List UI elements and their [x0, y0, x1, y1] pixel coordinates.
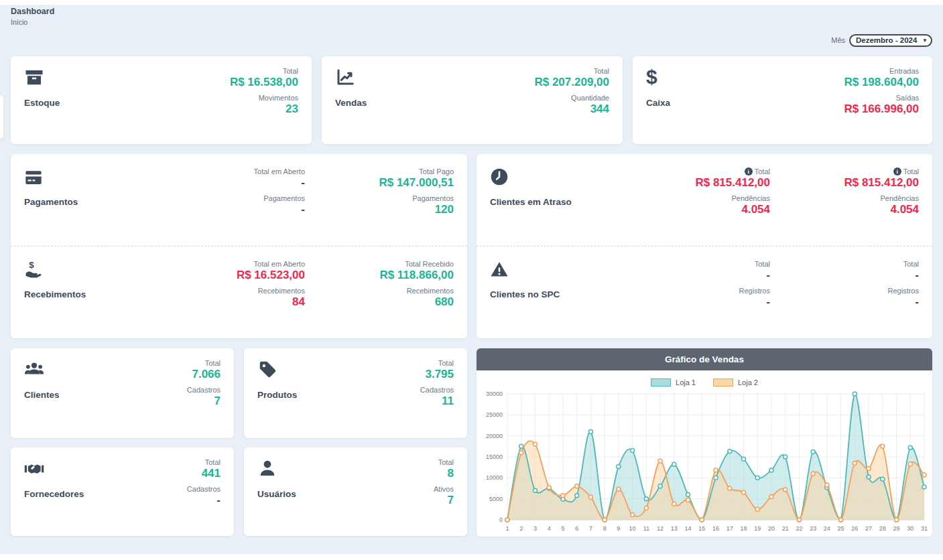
stat-label: Total — [420, 359, 454, 367]
stat-label: Entradas — [844, 67, 919, 75]
chart-legend: Loja 1 Loja 2 — [477, 377, 932, 387]
card-pagamentos-recebimentos: Pagamentos Total em Aberto - Pagamentos … — [11, 154, 467, 338]
stat-value: 8 — [434, 467, 454, 480]
stat-value: 441 — [187, 467, 221, 480]
stat-label: Total Recebido — [305, 260, 454, 268]
svg-text:20000: 20000 — [486, 433, 503, 439]
bottom-bar — [0, 554, 943, 560]
stat-label: Total — [534, 67, 609, 75]
legend-item-loja2[interactable]: Loja 2 — [713, 378, 758, 387]
legend-item-loja1[interactable]: Loja 1 — [651, 378, 696, 387]
card-estoque: Estoque Total R$ 16.538,00 Movimentos 23 — [11, 56, 312, 144]
legend-label: Loja 1 — [676, 378, 696, 387]
card-produtos: Produtos Total 3.795 Cadastros 11 — [244, 348, 467, 438]
month-select[interactable]: Dezembro - 2024 — [849, 34, 932, 47]
warning-triangle-icon — [490, 260, 509, 279]
stat-label: Cadastros — [187, 485, 221, 493]
svg-text:15: 15 — [698, 525, 705, 532]
legend-swatch-loja2 — [713, 378, 733, 387]
stat-value: 120 — [305, 203, 454, 216]
chart-line-icon — [335, 67, 355, 87]
stat-column: Total em Aberto - Pagamentos - — [156, 167, 305, 222]
stat-value: 11 — [420, 395, 454, 408]
chart-title: Gráfico de Vendas — [477, 348, 932, 370]
stat-value: 4.054 — [621, 203, 770, 216]
svg-text:23: 23 — [810, 525, 816, 532]
card-fornecedores: Fornecedores Total 441 Cadastros - — [11, 447, 234, 536]
stat-value: - — [621, 269, 770, 282]
stat-value: - — [187, 494, 221, 507]
info-icon[interactable]: i — [893, 167, 901, 176]
legend-swatch-loja1 — [651, 378, 671, 387]
svg-text:11: 11 — [643, 525, 649, 532]
card-label: Clientes no SPC — [490, 289, 560, 299]
svg-text:5: 5 — [561, 525, 564, 532]
stat-label: Recebimentos — [156, 287, 305, 295]
stat-column: Total - Registros - — [621, 260, 770, 314]
svg-text:9: 9 — [617, 525, 620, 532]
card-label: Caixa — [646, 98, 670, 108]
stat-value: 84 — [156, 295, 305, 309]
svg-text:14: 14 — [685, 525, 692, 532]
svg-text:27: 27 — [865, 525, 872, 532]
stat-value: 7 — [434, 494, 454, 507]
stat-value: 23 — [230, 102, 298, 116]
page-title: Dashboard — [11, 7, 54, 16]
stat-value: 7 — [187, 395, 221, 408]
hand-holding-dollar-icon: $ — [24, 260, 43, 279]
month-select-wrap: Dezembro - 2024 ▼ — [849, 33, 932, 47]
stat-label: Total — [434, 458, 454, 466]
card-label: Clientes em Atraso — [490, 197, 572, 207]
stat-value: - — [621, 295, 770, 309]
stat-column: iTotal R$ 815.412,00 Pendências 4.054 — [770, 167, 919, 222]
stat-value: R$ 815.412,00 — [621, 176, 770, 190]
stat-column: Total - Registros - — [770, 260, 919, 314]
stat-value: R$ 815.412,00 — [770, 176, 919, 190]
breadcrumb: Início — [11, 18, 27, 26]
svg-text:3: 3 — [533, 525, 537, 532]
stat-label: Total Pago — [305, 167, 454, 176]
svg-text:2: 2 — [519, 525, 523, 532]
svg-text:13: 13 — [671, 525, 678, 532]
svg-text:16: 16 — [712, 525, 719, 532]
stat-value: R$ 118.866,00 — [305, 269, 454, 282]
tag-icon — [257, 359, 277, 379]
stat-label: Total em Aberto — [156, 260, 305, 268]
svg-text:7: 7 — [589, 525, 592, 532]
svg-text:20: 20 — [768, 525, 775, 532]
stat-value: R$ 147.000,51 — [305, 176, 454, 190]
card-clientes: Clientes Total 7.066 Cadastros 7 — [11, 348, 234, 438]
card-label: Produtos — [257, 390, 297, 400]
card-label: Fornecedores — [24, 489, 84, 499]
stat-column: Total Pago R$ 147.000,51 Pagamentos 120 — [305, 167, 454, 222]
stat-label: Registros — [621, 287, 770, 295]
box-icon — [24, 67, 44, 87]
info-icon[interactable]: i — [745, 167, 753, 176]
stat-value: - — [156, 176, 305, 190]
svg-text:1: 1 — [505, 525, 509, 532]
stat-column: Total em Aberto R$ 16.523,00 Recebimento… — [156, 260, 305, 314]
card-vendas: Vendas Total R$ 207.209,00 Quantidade 34… — [322, 56, 623, 144]
section-clientes-spc: Clientes no SPC Total - Registros - Tota… — [477, 246, 932, 338]
svg-text:19: 19 — [754, 525, 761, 532]
stat-value: 344 — [534, 102, 609, 116]
svg-text:24: 24 — [824, 525, 830, 532]
svg-text:6: 6 — [575, 525, 578, 532]
stat-label: Registros — [770, 287, 919, 295]
clock-icon — [490, 167, 509, 186]
stat-label: Total — [621, 260, 770, 268]
sidebar-edge-sliver — [0, 96, 3, 139]
stat-value: 4.054 — [770, 203, 919, 216]
svg-text:30: 30 — [907, 525, 914, 532]
sales-area-chart: 0500010000150002000025000300001234567891… — [477, 389, 932, 535]
stat-value: 7.066 — [187, 368, 221, 381]
card-caixa: $ Caixa Entradas R$ 198.604,00 Saídas R$… — [633, 56, 932, 144]
svg-text:17: 17 — [727, 525, 733, 532]
month-filter: Mês Dezembro - 2024 ▼ — [831, 33, 932, 47]
card-label: Estoque — [24, 98, 60, 108]
stat-label: Recebimentos — [305, 287, 454, 295]
svg-text:4: 4 — [548, 525, 551, 532]
card-label: Recebimentos — [24, 289, 86, 299]
svg-text:15000: 15000 — [486, 453, 503, 460]
stat-column: iTotal R$ 815.412,00 Pendências 4.054 — [621, 167, 770, 222]
